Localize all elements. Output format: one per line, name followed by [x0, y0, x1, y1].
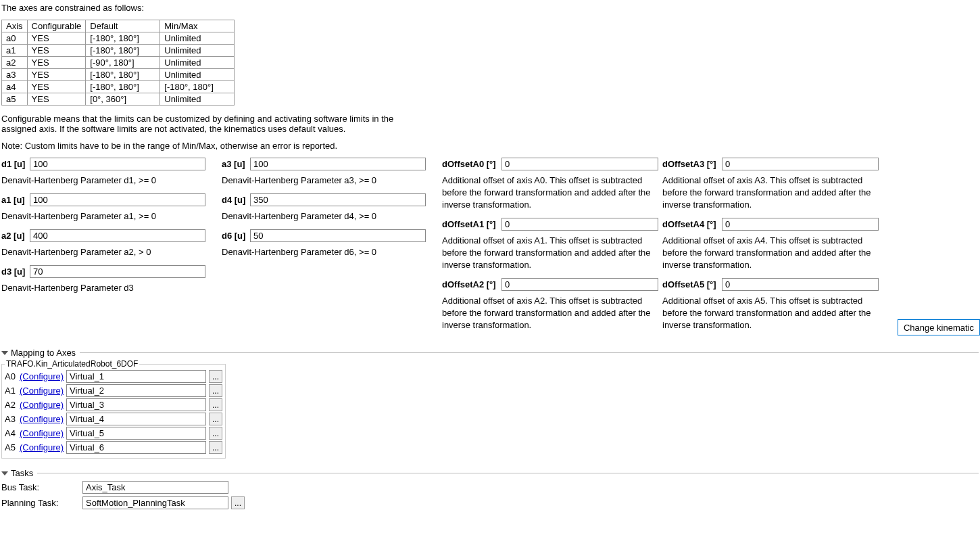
configure-link[interactable]: (Configure)	[20, 400, 64, 410]
label-doffsetA2: dOffsetA2 [°]	[442, 279, 501, 289]
input-doffsetA2[interactable]	[501, 278, 658, 291]
table-cell: Unlimited	[160, 32, 235, 45]
mapping-row: A0(Configure)...	[5, 370, 222, 383]
change-kinematic-button[interactable]: Change kinematic	[898, 319, 980, 335]
label-bus-task: Bus Task:	[1, 482, 82, 492]
mapping-row: A4(Configure)...	[5, 427, 222, 440]
label-d1: d1 [u]	[1, 159, 30, 169]
table-row: a4YES[-180°, 180°][-180°, 180°]	[2, 81, 235, 93]
mapping-axis-label: A5	[5, 442, 20, 452]
configure-link[interactable]: (Configure)	[20, 428, 64, 438]
table-cell: YES	[27, 57, 86, 69]
table-cell: a4	[2, 81, 28, 93]
desc-a1: Denavit-Hartenberg Parameter a1, >= 0	[1, 210, 211, 223]
table-cell: a0	[2, 32, 28, 45]
table-row: a2YES[-90°, 180°]Unlimited	[2, 57, 235, 69]
parameter-grid: d1 [u] Denavit-Hartenberg Parameter d1, …	[1, 158, 979, 338]
table-row: a5YES[0°, 360°]Unlimited	[2, 93, 235, 106]
input-d4[interactable]	[250, 193, 426, 206]
mapping-axis-input[interactable]	[66, 441, 206, 454]
mapping-browse-button[interactable]: ...	[209, 413, 222, 425]
table-cell: a3	[2, 69, 28, 81]
input-d1[interactable]	[30, 158, 205, 170]
table-row: a3YES[-180°, 180°]Unlimited	[2, 69, 235, 81]
planning-task-browse-button[interactable]: ...	[231, 496, 245, 509]
axes-constraint-table: Axis Configurable Default Min/Max a0YES[…	[1, 20, 235, 106]
label-doffsetA1: dOffsetA1 [°]	[442, 219, 501, 229]
input-d6[interactable]	[250, 229, 426, 242]
desc-a2: Denavit-Hartenberg Parameter a2, > 0	[1, 246, 211, 258]
table-cell: YES	[27, 32, 86, 45]
section-title-mapping: Mapping to Axes	[11, 348, 76, 358]
mapping-browse-button[interactable]: ...	[209, 398, 222, 411]
configure-link[interactable]: (Configure)	[20, 386, 64, 396]
table-cell: a1	[2, 45, 28, 57]
minmax-note: Note: Custom limits have to be in the ra…	[1, 141, 979, 151]
section-header-tasks: Tasks	[1, 468, 979, 478]
mapping-axis-input[interactable]	[66, 413, 206, 425]
mapping-axis-input[interactable]	[66, 427, 206, 440]
table-cell: YES	[27, 93, 86, 106]
label-d4: d4 [u]	[222, 195, 250, 205]
input-planning-task[interactable]	[82, 496, 228, 509]
desc-d3: Denavit-Hartenberg Parameter d3	[1, 282, 211, 294]
configurable-note: Configurable means that the limits can b…	[1, 114, 420, 134]
desc-d4: Denavit-Hartenberg Parameter d4, >= 0	[222, 210, 431, 223]
input-doffsetA0[interactable]	[501, 158, 658, 170]
th-configurable: Configurable	[27, 20, 86, 32]
label-a3: a3 [u]	[222, 159, 250, 169]
input-doffsetA5[interactable]	[722, 278, 879, 291]
mapping-fieldset: TRAFO.Kin_ArticulatedRobot_6DOF A0(Confi…	[1, 359, 226, 459]
label-d6: d6 [u]	[222, 231, 250, 241]
table-cell: Unlimited	[160, 57, 235, 69]
table-cell: Unlimited	[160, 69, 235, 81]
desc-doffsetA4: Additional offset of axis A4. This offse…	[662, 235, 872, 271]
mapping-axis-label: A3	[5, 414, 20, 424]
label-a1: a1 [u]	[1, 195, 30, 205]
input-doffsetA3[interactable]	[722, 158, 879, 170]
mapping-axis-input[interactable]	[66, 398, 206, 411]
input-a3[interactable]	[250, 158, 426, 170]
table-cell: YES	[27, 81, 86, 93]
table-cell: Unlimited	[160, 93, 235, 106]
table-cell: [-90°, 180°]	[86, 57, 160, 69]
configure-link[interactable]: (Configure)	[20, 371, 64, 381]
mapping-axis-input[interactable]	[66, 384, 206, 397]
table-cell: [-180°, 180°]	[160, 81, 235, 93]
mapping-row: A1(Configure)...	[5, 384, 222, 397]
mapping-axis-label: A2	[5, 400, 20, 410]
table-cell: a5	[2, 93, 28, 106]
mapping-browse-button[interactable]: ...	[209, 441, 222, 454]
th-minmax: Min/Max	[160, 20, 235, 32]
mapping-row: A3(Configure)...	[5, 413, 222, 425]
mapping-axis-label: A4	[5, 428, 20, 438]
label-doffsetA5: dOffsetA5 [°]	[662, 279, 722, 289]
mapping-browse-button[interactable]: ...	[209, 370, 222, 383]
mapping-axis-label: A0	[5, 371, 20, 381]
table-row: a0YES[-180°, 180°]Unlimited	[2, 32, 235, 45]
section-divider	[37, 473, 979, 473]
desc-doffsetA3: Additional offset of axis A3. This offse…	[662, 175, 872, 211]
configure-link[interactable]: (Configure)	[20, 442, 64, 452]
input-bus-task[interactable]	[82, 481, 228, 494]
collapse-caret-icon[interactable]	[1, 351, 8, 355]
table-row: a1YES[-180°, 180°]Unlimited	[2, 45, 235, 57]
input-d3[interactable]	[30, 265, 205, 278]
table-cell: [0°, 360°]	[86, 93, 160, 106]
table-cell: [-180°, 180°]	[86, 81, 160, 93]
input-doffsetA4[interactable]	[722, 218, 879, 231]
mapping-browse-button[interactable]: ...	[209, 384, 222, 397]
desc-doffsetA0: Additional offset of axis A0. This offse…	[442, 175, 652, 211]
intro-heading: The axes are constrained as follows:	[1, 3, 979, 13]
input-a1[interactable]	[30, 193, 205, 206]
input-a2[interactable]	[30, 229, 205, 242]
desc-doffsetA2: Additional offset of axis A2. This offse…	[442, 295, 652, 331]
label-a2: a2 [u]	[1, 231, 30, 241]
mapping-row: A2(Configure)...	[5, 398, 222, 411]
mapping-legend: TRAFO.Kin_ArticulatedRobot_6DOF	[5, 359, 139, 369]
input-doffsetA1[interactable]	[501, 218, 658, 231]
collapse-caret-icon[interactable]	[1, 471, 8, 475]
mapping-axis-input[interactable]	[66, 370, 206, 383]
configure-link[interactable]: (Configure)	[20, 414, 64, 424]
mapping-browse-button[interactable]: ...	[209, 427, 222, 440]
